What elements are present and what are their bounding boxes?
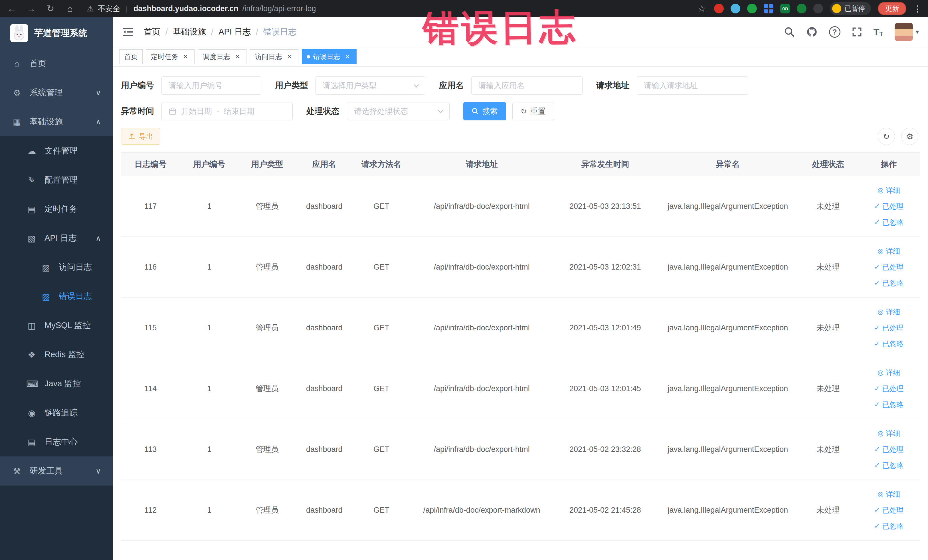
sidebar-item-mysql-monitor[interactable]: ◫ MySQL 监控 [0,311,113,340]
action-processed[interactable]: ✓已处理 [860,441,917,457]
breadcrumb-home[interactable]: 首页 [144,26,160,38]
action-processed[interactable]: ✓已处理 [860,320,917,336]
action-detail[interactable]: ◎详细 [860,182,917,198]
sidebar-item-log-center[interactable]: ▤ 日志中心 [0,427,113,456]
action-detail[interactable]: ◎详细 [860,425,917,441]
action-detail[interactable]: ◎详细 [860,486,917,502]
forward-icon[interactable]: → [26,3,37,14]
extension-blue-icon[interactable] [731,4,740,14]
sidebar-item-link-tracing[interactable]: ◉ 链路追踪 [0,398,113,427]
app-logo[interactable]: 芋道管理系统 [0,17,113,49]
sidebar-item-scheduled-tasks[interactable]: ▤ 定时任务 [0,195,113,224]
tab-scheduler-logs[interactable]: 调度日志 × [198,49,246,64]
sidebar-item-java-monitor[interactable]: ⌨ Java 监控 [0,369,113,398]
table-tools: ↻ ⚙ [878,128,918,145]
tab-label: 错误日志 [313,52,340,61]
action-ignore[interactable]: ✓已忽略 [860,275,917,291]
sidebar-item-home[interactable]: ⌂ 首页 [0,49,113,78]
fullscreen-icon[interactable] [852,27,862,37]
close-tab-icon[interactable]: × [285,52,293,61]
search-icon[interactable] [784,26,795,37]
home-icon[interactable]: ⌂ [64,3,75,14]
hamburger-icon[interactable] [122,26,134,38]
exception-time-range[interactable]: 开始日期 - 结束日期 [162,102,293,121]
action-ignore[interactable]: ✓已忽略 [860,214,917,230]
tab-access-logs[interactable]: 访问日志 × [250,49,298,64]
action-ignore[interactable]: ✓已忽略 [860,336,917,352]
sidebar-item-file-management[interactable]: ☁ 文件管理 [0,136,113,165]
close-tab-icon[interactable]: × [343,52,352,61]
tab-home[interactable]: 首页 [119,49,143,64]
check-icon: ✓ [874,259,880,275]
action-processed[interactable]: ✓已处理 [860,259,917,275]
table-row[interactable]: 112 1 管理员 dashboard GET /api/infra/db-do… [121,480,920,540]
action-detail[interactable]: ◎详细 [860,304,917,320]
breadcrumb-api-logs[interactable]: API 日志 [218,26,251,38]
process-status-select[interactable]: 请选择处理状态 [347,102,450,121]
action-label: 详细 [886,365,900,381]
cell-user-id: 1 [180,176,238,237]
extension-on-badge-icon[interactable]: on [780,4,790,14]
cell-user-id: 1 [180,419,238,480]
extension-green-icon[interactable] [747,4,757,14]
close-tab-icon[interactable]: × [233,52,242,61]
tab-scheduled-tasks[interactable]: 定时任务 × [146,49,195,64]
refresh-button[interactable]: ↻ [878,128,895,145]
cell-request-url: /api/infra/db-doc/export-html [410,419,553,480]
bookmark-star-icon[interactable]: ☆ [696,3,707,14]
reload-icon[interactable]: ↻ [45,3,56,14]
request-url-input[interactable] [637,76,748,95]
column-header: 请求方法名 [353,153,410,176]
action-detail[interactable]: ◎详细 [860,365,917,381]
sidebar-item-system-management[interactable]: ⚙ 系统管理 ∨ [0,78,113,107]
github-icon[interactable] [806,26,818,38]
sidebar-item-redis-monitor[interactable]: ❖ Redis 监控 [0,340,113,369]
sidebar-item-infrastructure[interactable]: ▦ 基础设施 ∧ [0,107,113,136]
action-detail[interactable]: ◎详细 [860,243,917,259]
table-row[interactable]: 115 1 管理员 dashboard GET /api/infra/db-do… [121,298,920,358]
help-icon[interactable]: ? [829,26,840,38]
user-avatar-menu[interactable]: ▾ [894,23,919,41]
back-icon[interactable]: ← [6,3,17,14]
extension-red-icon[interactable] [714,4,724,14]
cell-app-name: dashboard [296,298,353,358]
sidebar-item-error-logs[interactable]: ▨ 错误日志 [0,282,113,311]
profile-paused-chip[interactable]: 已暂停 [830,2,871,15]
action-ignore[interactable]: ✓已忽略 [860,457,917,473]
start-date-placeholder: 开始日期 [181,106,212,116]
action-processed[interactable]: ✓已处理 [860,381,917,397]
table-row[interactable]: 116 1 管理员 dashboard GET /api/infra/db-do… [121,237,920,298]
caret-down-icon: ▾ [916,28,919,36]
table-row[interactable]: 117 1 管理员 dashboard GET /api/infra/db-do… [121,176,920,237]
address-bar[interactable]: ⚠ 不安全 | dashboard.yudao.iocoder.cn/infra… [87,4,316,14]
export-button[interactable]: 导出 [121,128,160,145]
close-tab-icon[interactable]: × [181,52,190,61]
search-button[interactable]: 搜索 [463,102,506,121]
sidebar-item-access-logs[interactable]: ▨ 访问日志 [0,253,113,282]
app-name-input[interactable] [471,76,583,95]
user-id-input[interactable] [162,76,261,95]
cell-exception-time: 2021-05-02 23:32:28 [553,419,657,480]
table-row[interactable]: 113 1 管理员 dashboard GET /api/infra/db-do… [121,419,920,480]
extension-paw-icon[interactable] [814,4,823,14]
sidebar-item-api-logs[interactable]: ▧ API 日志 ∧ [0,224,113,253]
browser-menu-icon[interactable]: ⋮ [913,4,922,14]
action-processed[interactable]: ✓已处理 [860,502,917,518]
extension-grid-icon[interactable] [764,4,773,14]
font-size-icon[interactable]: TT [873,26,883,38]
table-row[interactable]: 114 1 管理员 dashboard GET /api/infra/db-do… [121,358,920,419]
action-ignore[interactable]: ✓已忽略 [860,518,917,534]
breadcrumb-infrastructure[interactable]: 基础设施 [173,26,206,38]
sidebar-item-config-management[interactable]: ✎ 配置管理 [0,165,113,195]
home-icon: ⌂ [11,59,22,69]
tab-error-logs[interactable]: 错误日志 × [302,49,357,64]
profile-avatar-icon [832,4,841,13]
chrome-update-button[interactable]: 更新 [878,2,906,15]
column-settings-button[interactable]: ⚙ [901,128,918,145]
action-ignore[interactable]: ✓已忽略 [860,397,917,412]
user-type-select[interactable]: 请选择用户类型 [316,76,425,95]
action-processed[interactable]: ✓已处理 [860,198,917,214]
extension-leaf-icon[interactable] [797,4,806,14]
reset-button[interactable]: ↻ 重置 [512,102,554,121]
sidebar-item-dev-tools[interactable]: ⚒ 研发工具 ∨ [0,456,113,485]
